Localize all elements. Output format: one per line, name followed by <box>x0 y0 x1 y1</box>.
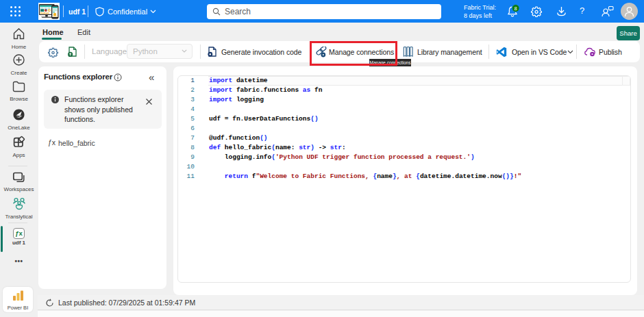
svg-text:8: 8 <box>515 5 517 12</box>
